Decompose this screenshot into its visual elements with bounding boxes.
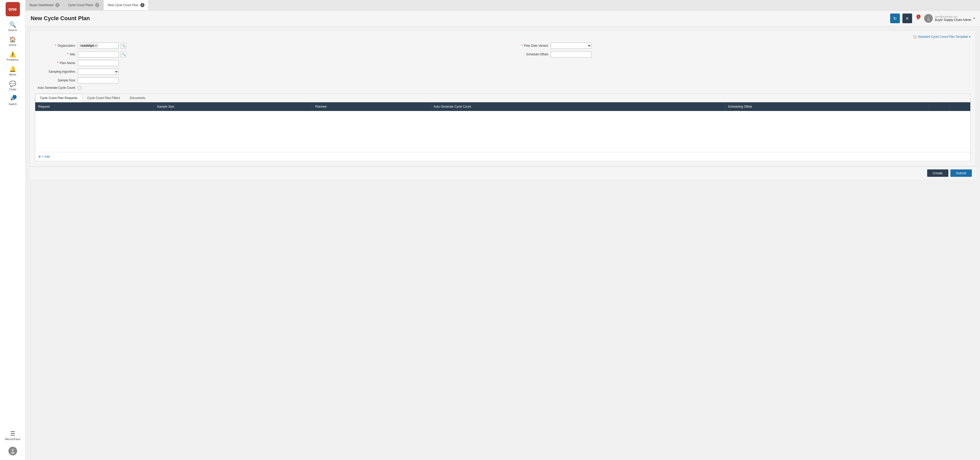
organization-tag-remove[interactable]: ✕	[95, 44, 97, 47]
search-icon: 🔍	[9, 22, 16, 27]
user-avatar	[924, 14, 933, 23]
header-bar: New Cycle Count Plan ↻ ✕ ≡ 1 user@exampl…	[25, 11, 980, 27]
plan-name-label: * Plan Name:	[35, 61, 76, 65]
chat-icon: 💬	[9, 81, 16, 87]
schedule-offset-label: Schedule Offset:	[508, 52, 549, 56]
svg-point-0	[12, 449, 14, 451]
chevron-down-icon: ▾	[974, 17, 975, 20]
sidebar-item-label: Search	[8, 29, 17, 32]
plan-name-input[interactable]	[78, 60, 119, 66]
col-planned: Planned	[312, 102, 431, 111]
table-body	[35, 111, 970, 152]
add-row-link[interactable]: ⊕ + Add	[35, 152, 970, 161]
site-search-button[interactable]: 🔍	[121, 52, 126, 57]
warning-icon: ⚠️	[9, 52, 16, 57]
sidebar-item-switch[interactable]: ⇄ Switch	[0, 94, 25, 108]
user-info: user@example.com Buyer Supply Chain Admi…	[935, 15, 971, 22]
auto-generate-field-group: Auto Generate Cycle Count:	[35, 86, 498, 90]
sidebar-item-label: Menus/Favs	[5, 438, 21, 441]
svg-point-1	[11, 452, 14, 454]
organization-tag-input[interactable]: Hub6MfgA ✕	[78, 43, 119, 49]
auto-generate-label: Auto Generate Cycle Count:	[35, 86, 76, 90]
sidebar: one 🔍 Search 🏠 Home ⚠️ Problems 🔔 Alerts…	[0, 0, 25, 460]
tab-cycle-count-plans[interactable]: Cycle Count Plans ✕	[64, 0, 103, 10]
col-extra1	[929, 102, 950, 111]
template-chevron: ▾	[969, 35, 970, 38]
requests-table: Request Sample Size Planned Auto Generat…	[35, 102, 970, 152]
sidebar-item-chats[interactable]: 💬 Chats	[0, 79, 25, 94]
tab-cycle-count-plan-filters[interactable]: Cycle Count Plan Filters	[83, 94, 125, 102]
user-section[interactable]: user@example.com Buyer Supply Chain Admi…	[924, 14, 975, 23]
sidebar-item-user-avatar[interactable]	[0, 444, 25, 458]
menu-icon: ☰	[10, 431, 15, 436]
sidebar-item-search[interactable]: 🔍 Search	[0, 19, 25, 34]
tab-close-new-cycle-count-plan[interactable]: ✕	[140, 3, 145, 7]
schedule-offset-input[interactable]	[551, 51, 592, 57]
inner-tabs-container: Cycle Count Plan Requests Cycle Count Pl…	[35, 94, 970, 161]
add-label: + Add	[42, 155, 50, 159]
sidebar-item-alerts[interactable]: 🔔 Alerts	[0, 64, 25, 79]
template-label: Standard Cycle Count Plan Template	[918, 35, 968, 38]
inner-tabs-header: Cycle Count Plan Requests Cycle Count Pl…	[35, 94, 970, 102]
auto-generate-checkbox[interactable]	[78, 86, 81, 90]
col-request: Request	[35, 102, 154, 111]
sidebar-item-problems[interactable]: ⚠️ Problems	[0, 49, 25, 64]
plan-date-variant-select[interactable]	[551, 43, 592, 49]
notification-badge: 1	[916, 14, 921, 19]
close-button[interactable]: ✕	[902, 14, 912, 23]
sample-size-field-group: Sample Size:	[35, 77, 498, 83]
schedule-offset-field-group: Schedule Offset:	[508, 51, 970, 57]
plan-name-field-group: * Plan Name:	[35, 60, 498, 66]
app-logo[interactable]: one	[6, 2, 20, 16]
create-button[interactable]: Create	[927, 170, 948, 177]
col-auto-generate: Auto Generate Cycle Count	[430, 102, 724, 111]
sample-size-label: Sample Size:	[35, 79, 76, 82]
user-email: user@example.com	[935, 15, 971, 18]
tab-buyer-dashboard[interactable]: Buyer Dashboard ✕	[25, 0, 64, 10]
sidebar-item-label: Switch	[8, 103, 17, 106]
bell-icon: 🔔	[9, 66, 16, 72]
form-grid: * Organization: Hub6MfgA ✕ 🔍	[35, 43, 970, 90]
table-header: Request Sample Size Planned Auto Generat…	[35, 102, 970, 111]
tab-close-buyer-dashboard[interactable]: ✕	[56, 3, 59, 7]
main-area: Buyer Dashboard ✕ Cycle Count Plans ✕ Ne…	[25, 0, 980, 460]
submit-button[interactable]: Submit	[950, 170, 972, 177]
sidebar-item-home[interactable]: 🏠 Home	[0, 34, 25, 49]
tab-label: Buyer Dashboard	[30, 3, 53, 7]
refresh-button[interactable]: ↻	[890, 14, 900, 23]
page-title: New Cycle Count Plan	[30, 15, 90, 22]
notification-area: ≡ 1	[917, 16, 920, 21]
tab-cycle-count-plan-requests[interactable]: Cycle Count Plan Requests	[35, 94, 83, 102]
tab-label: New Cycle Count Plan	[108, 3, 138, 7]
svg-point-3	[927, 19, 930, 21]
organization-search-button[interactable]: 🔍	[121, 43, 126, 49]
plan-date-variant-field-group: * Plan Date Variant:	[508, 43, 970, 49]
sampling-algorithm-field-group: Sampling Algorithm:	[35, 69, 498, 75]
content-area: 📋 Standard Cycle Count Plan Template ▾ *…	[25, 27, 980, 460]
tab-bar: Buyer Dashboard ✕ Cycle Count Plans ✕ Ne…	[25, 0, 980, 11]
plus-icon: ⊕	[38, 155, 41, 159]
home-icon: 🏠	[9, 37, 16, 42]
header-actions: ↻ ✕ ≡ 1 user@example.com Buyer Supply Ch…	[890, 14, 975, 23]
tab-new-cycle-count-plan[interactable]: New Cycle Count Plan ✕	[103, 0, 149, 10]
table-row-empty	[35, 111, 970, 152]
organization-label: * Organization:	[35, 44, 76, 48]
tab-close-cycle-count-plans[interactable]: ✕	[95, 3, 99, 7]
svg-point-2	[928, 17, 929, 18]
form-container: 📋 Standard Cycle Count Plan Template ▾ *…	[30, 31, 976, 167]
sidebar-item-menus-favs[interactable]: ☰ Menus/Favs	[0, 428, 25, 443]
col-sample-size: Sample Size	[154, 102, 312, 111]
sampling-algorithm-select[interactable]	[78, 69, 119, 75]
sidebar-item-label: Chats	[9, 88, 16, 91]
col-scheduling-offset: Scheduling Offset	[725, 102, 929, 111]
tab-documents[interactable]: Documents	[125, 94, 150, 102]
organization-tag: Hub6MfgA ✕	[79, 44, 98, 48]
template-link[interactable]: 📋 Standard Cycle Count Plan Template ▾	[35, 35, 970, 38]
plan-date-variant-label: * Plan Date Variant:	[508, 44, 549, 48]
switch-badge	[13, 95, 17, 99]
sample-size-input[interactable]	[78, 77, 119, 83]
tab-label: Cycle Count Plans	[68, 3, 93, 7]
site-field-group: * Site: 🔍	[35, 51, 498, 57]
site-input[interactable]	[78, 51, 119, 57]
right-fields: * Plan Date Variant: Schedule Offset:	[508, 43, 970, 90]
